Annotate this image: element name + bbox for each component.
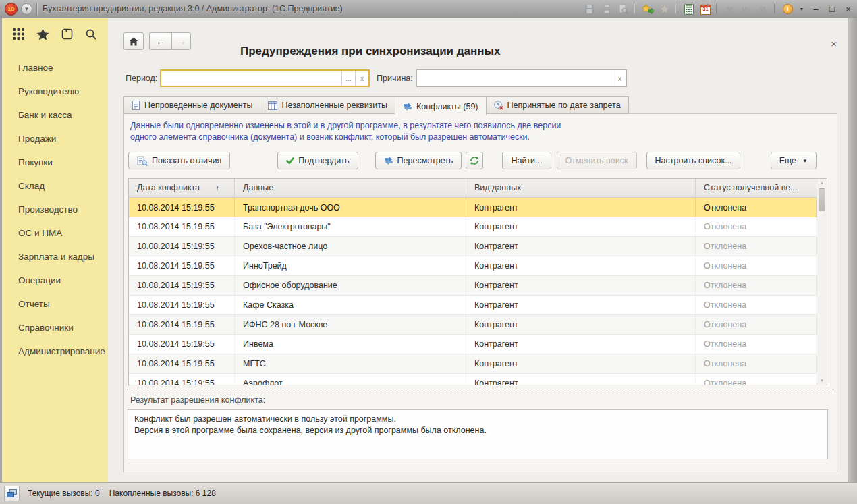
memory-recall-button[interactable]: M xyxy=(723,3,737,16)
column-header-date[interactable]: Дата конфликта↑ xyxy=(129,179,235,197)
current-calls: Текущие вызовы: 0 xyxy=(28,488,100,498)
sidebar-item-reports[interactable]: Отчеты xyxy=(2,292,108,316)
statusbar: Текущие вызовы: 0Накопленные вызовы: 6 1… xyxy=(0,482,857,504)
column-header-status[interactable]: Статус полученной ве... xyxy=(696,179,817,197)
sidebar-item-fixed-assets[interactable]: ОС и НМА xyxy=(2,221,108,245)
home-button[interactable] xyxy=(123,32,144,50)
scroll-down-icon[interactable]: ▼ xyxy=(817,379,827,383)
partially-visible-row[interactable]: 10.08.2014 15:19:55АэрофлотКонтрагентОтк… xyxy=(129,374,827,385)
tab-conflicts[interactable]: Конфликты (59) xyxy=(395,96,486,115)
table-row[interactable]: 10.08.2014 15:19:55ИнноТрейдКонтрагентОт… xyxy=(129,256,827,276)
document-icon xyxy=(132,101,140,110)
refresh-icon xyxy=(470,156,479,165)
add-favorite-icon[interactable] xyxy=(640,3,655,16)
table-row[interactable]: 10.08.2014 15:19:55МГТСКонтрагентОтклоне… xyxy=(129,354,827,374)
section-list: Главное Руководителю Банк и касса Продаж… xyxy=(2,56,108,363)
main-menu-button[interactable]: ▼ xyxy=(21,3,32,15)
sidebar-item-bank-cash[interactable]: Банк и касса xyxy=(2,103,108,127)
table-row[interactable]: 10.08.2014 15:19:55ИнвемаКонтрагентОткло… xyxy=(129,335,827,354)
save-icon[interactable] xyxy=(582,3,597,16)
sections-grid-icon[interactable] xyxy=(13,28,24,40)
table-row[interactable]: 10.08.2014 15:19:55Офисное оборудованиеК… xyxy=(129,276,827,296)
sidebar-item-sales[interactable]: Продажи xyxy=(2,127,108,150)
calendar-icon[interactable]: 31 xyxy=(698,3,713,16)
table-header: Дата конфликта↑ Данные Вид данных Статус… xyxy=(129,179,827,198)
sidebar-item-purchases[interactable]: Покупки xyxy=(2,150,108,174)
window-scroll-area[interactable] xyxy=(848,18,857,482)
tab-bar: Непроведенные документы Незаполненные ре… xyxy=(123,96,629,114)
tab-rejected-by-date[interactable]: Непринятые по дате запрета xyxy=(487,96,629,114)
print-preview-icon[interactable] xyxy=(616,3,630,16)
cancel-search-button[interactable]: Отменить поиск xyxy=(557,152,637,169)
sidebar-item-salary-hr[interactable]: Зарплата и кадры xyxy=(2,245,108,269)
sidebar-item-production[interactable]: Производство xyxy=(2,198,108,221)
calculator-icon[interactable] xyxy=(682,3,696,16)
favorites-star-icon[interactable] xyxy=(36,28,49,40)
sidebar-item-directories[interactable]: Справочники xyxy=(2,316,108,339)
period-label: Период: xyxy=(126,69,157,87)
table-icon xyxy=(268,101,277,110)
result-text-field[interactable]: Конфликт был разрешен автоматически в по… xyxy=(128,409,828,459)
sidebar-item-administration[interactable]: Администрирование xyxy=(2,339,108,363)
search-icon[interactable] xyxy=(85,28,97,40)
back-button[interactable]: ← xyxy=(149,32,171,50)
scroll-up-icon[interactable]: ▲ xyxy=(817,181,827,185)
table-row[interactable]: 10.08.2014 15:19:55Орехов-частное лицоКо… xyxy=(129,237,827,256)
period-input[interactable] xyxy=(161,71,341,86)
sidebar-item-manager[interactable]: Руководителю xyxy=(2,80,108,103)
favorites-icon[interactable] xyxy=(657,3,671,16)
more-button[interactable]: Еще▼ xyxy=(771,152,817,169)
show-differences-button[interactable]: Показать отличия xyxy=(128,152,230,169)
info-dropdown-button[interactable]: ▼ xyxy=(798,3,806,16)
divider xyxy=(36,3,37,16)
reason-input[interactable] xyxy=(417,70,613,86)
sidebar-item-warehouse[interactable]: Склад xyxy=(2,174,108,198)
table-row[interactable]: 10.08.2014 15:19:55База "Электротовары"К… xyxy=(129,217,827,237)
scrollbar-thumb[interactable] xyxy=(819,188,825,211)
memory-minus-button[interactable]: M- xyxy=(756,3,771,16)
check-icon xyxy=(286,157,294,165)
column-header-kind[interactable]: Вид данных xyxy=(466,179,696,197)
forward-button[interactable]: → xyxy=(171,32,191,50)
table-row[interactable]: 10.08.2014 15:19:55Транспортная дочь ООО… xyxy=(129,198,827,217)
chevron-down-icon: ▼ xyxy=(802,158,808,164)
table-row[interactable]: 10.08.2014 15:19:55ИФНС 28 по г МосквеКо… xyxy=(129,315,827,335)
print-icon[interactable] xyxy=(599,3,613,16)
splitter[interactable] xyxy=(127,389,834,389)
close-button[interactable]: × xyxy=(842,3,854,16)
form-close-icon[interactable]: × xyxy=(831,39,837,49)
refresh-button[interactable] xyxy=(466,152,483,169)
titlebar: 1С ▼ Бухгалтерия предприятия, редакция 3… xyxy=(0,0,857,18)
conflicts-table: Дата конфликта↑ Данные Вид данных Статус… xyxy=(128,178,827,385)
minimize-button[interactable]: – xyxy=(810,3,822,16)
result-label: Результат разрешения конфликта: xyxy=(130,395,265,405)
sidebar-item-main[interactable]: Главное xyxy=(2,56,108,80)
diff-page-icon xyxy=(137,156,148,166)
reason-clear-button[interactable]: x xyxy=(613,70,626,86)
table-row[interactable]: 10.08.2014 15:19:55Кафе СказкаКонтрагент… xyxy=(129,296,827,315)
tab-unfilled-attributes[interactable]: Незаполненные реквизиты xyxy=(260,96,395,114)
period-field: ... x xyxy=(160,69,370,87)
divider xyxy=(774,4,775,14)
calendar-day-label: 31 xyxy=(698,6,713,12)
table-scrollbar[interactable]: ▲ ▼ xyxy=(817,179,827,385)
confirm-button[interactable]: Подтвердить xyxy=(277,152,358,169)
home-icon xyxy=(129,37,138,46)
reason-field: x xyxy=(416,69,627,87)
server-calls-icon[interactable] xyxy=(4,486,20,501)
maximize-button[interactable]: □ xyxy=(826,3,838,16)
accumulated-calls: Накопленные вызовы: 6 128 xyxy=(109,488,216,498)
period-choose-button[interactable]: ... xyxy=(341,71,355,86)
call-counters: Текущие вызовы: 0Накопленные вызовы: 6 1… xyxy=(28,483,225,504)
sidebar-item-operations[interactable]: Операции xyxy=(2,269,108,292)
tab-unposted-documents[interactable]: Непроведенные документы xyxy=(123,96,260,114)
period-clear-button[interactable]: x xyxy=(355,71,368,86)
history-scroll-icon[interactable] xyxy=(61,28,73,40)
memory-plus-button[interactable]: M+ xyxy=(740,3,754,16)
column-header-data[interactable]: Данные xyxy=(235,179,466,197)
info-icon[interactable]: i xyxy=(781,3,795,16)
configure-list-button[interactable]: Настроить список... xyxy=(646,152,741,169)
review-button[interactable]: Пересмотреть xyxy=(375,152,462,169)
find-button[interactable]: Найти... xyxy=(502,152,551,169)
sort-ascending-icon: ↑ xyxy=(216,179,220,197)
